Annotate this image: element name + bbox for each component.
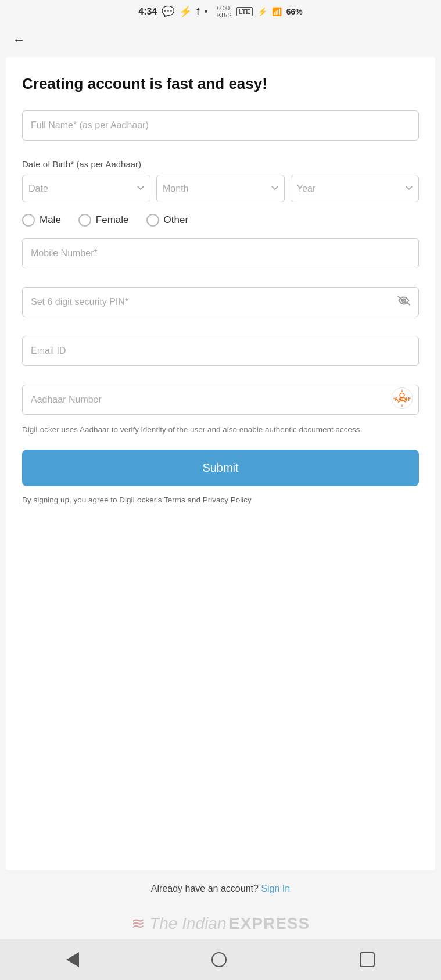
- nav-bar: [0, 939, 441, 980]
- terms-text: By signing up, you agree to DigiLocker's…: [22, 494, 419, 506]
- month-select[interactable]: Month: [156, 175, 285, 202]
- main-content: Creating account is fast and easy! Date …: [6, 57, 435, 870]
- gender-female-option[interactable]: Female: [78, 214, 129, 227]
- gender-other-option[interactable]: Other: [146, 214, 189, 227]
- gender-female-label: Female: [96, 214, 129, 226]
- nav-back-icon: [66, 952, 79, 967]
- fullname-input[interactable]: [22, 110, 419, 141]
- back-button[interactable]: ←: [10, 30, 28, 50]
- pin-input[interactable]: [22, 287, 419, 317]
- bluetooth-icon: ⚡: [257, 7, 267, 16]
- aadhaar-helper-text: DigiLocker uses Aadhaar to verify identi…: [22, 424, 419, 436]
- branding-logo: ≋: [131, 914, 145, 932]
- nav-recent-icon: [360, 952, 375, 967]
- lte-icon: LTE: [236, 7, 253, 16]
- dot-icon: •: [204, 6, 207, 18]
- dob-row: Date Month Year: [22, 175, 419, 202]
- page-title: Creating account is fast and easy!: [22, 74, 419, 94]
- gender-other-label: Other: [164, 214, 189, 226]
- pin-wrapper: [22, 287, 419, 317]
- branding-the: The: [149, 914, 182, 932]
- mobile-wrapper: [22, 238, 419, 268]
- data-speed: 0.00KB/S: [217, 5, 232, 19]
- battery-level: 66%: [286, 7, 303, 16]
- branding-express: EXPRESS: [229, 914, 310, 932]
- mobile-input[interactable]: [22, 238, 419, 268]
- nav-recent-button[interactable]: [348, 947, 386, 972]
- email-input[interactable]: [22, 336, 419, 366]
- nav-home-button[interactable]: [200, 947, 238, 972]
- aadhaar-icon: AADH: [391, 387, 413, 412]
- signin-prompt-text: Already have an account?: [151, 884, 259, 893]
- status-bar: 4:34 💬 ⚡ f • 0.00KB/S LTE ⚡ 📶 66%: [0, 0, 441, 23]
- radio-female: [78, 214, 91, 227]
- branding-section: ≋ The Indian EXPRESS: [0, 908, 441, 939]
- nav-home-icon: [211, 952, 227, 967]
- email-wrapper: [22, 336, 419, 366]
- submit-button[interactable]: Submit: [22, 450, 419, 486]
- radio-male: [22, 214, 35, 227]
- status-time: 4:34: [138, 6, 157, 17]
- year-select[interactable]: Year: [291, 175, 419, 202]
- gender-male-label: Male: [40, 214, 61, 226]
- signal-icon: 📶: [272, 7, 282, 16]
- gender-male-option[interactable]: Male: [22, 214, 61, 227]
- date-select[interactable]: Date: [22, 175, 150, 202]
- gender-row: Male Female Other: [22, 214, 419, 227]
- back-area: ←: [0, 23, 441, 57]
- eye-hidden-icon[interactable]: [397, 295, 411, 308]
- facebook-icon: f: [196, 6, 199, 18]
- signin-link[interactable]: Sign In: [261, 884, 290, 893]
- aadhaar-input[interactable]: [22, 385, 419, 415]
- glovo-icon: ⚡: [179, 5, 192, 18]
- fullname-wrapper: [22, 110, 419, 141]
- aadhaar-wrapper: AADH: [22, 385, 419, 415]
- whatsapp-icon: 💬: [162, 5, 174, 18]
- branding-indian: Indian: [182, 914, 226, 932]
- radio-other: [146, 214, 159, 227]
- signin-section: Already have an account? Sign In: [0, 870, 441, 908]
- dob-label: Date of Birth* (as per Aadhaar): [22, 159, 419, 169]
- nav-back-button[interactable]: [55, 947, 91, 972]
